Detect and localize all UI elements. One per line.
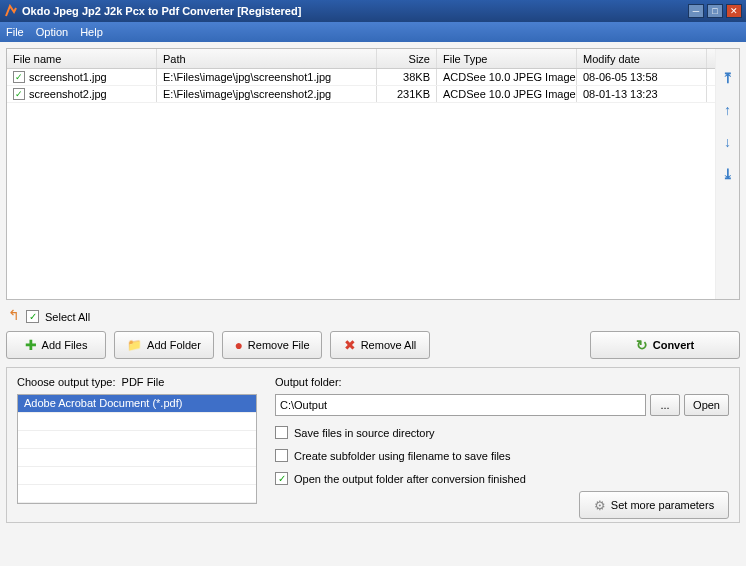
cell-date: 08-06-05 13:58 xyxy=(577,69,707,85)
set-more-parameters-button[interactable]: ⚙ Set more parameters xyxy=(579,491,729,519)
list-item xyxy=(18,467,256,485)
cell-filename: screenshot2.jpg xyxy=(29,88,107,100)
create-subfolder-checkbox[interactable]: Create subfolder using filename to save … xyxy=(275,449,729,462)
menu-option[interactable]: Option xyxy=(36,26,68,38)
cell-date: 08-01-13 13:23 xyxy=(577,86,707,102)
table-header: File name Path Size File Type Modify dat… xyxy=(7,49,715,69)
col-filename[interactable]: File name xyxy=(7,49,157,68)
move-down-button[interactable]: ↓ xyxy=(719,133,737,151)
add-folder-button[interactable]: 📁 Add Folder xyxy=(114,331,214,359)
list-item[interactable]: Adobe Acrobat Document (*.pdf) xyxy=(18,395,256,413)
close-button[interactable]: ✕ xyxy=(726,4,742,18)
cell-size: 38KB xyxy=(377,69,437,85)
list-item xyxy=(18,485,256,503)
remove-file-button[interactable]: ● Remove File xyxy=(222,331,322,359)
col-path[interactable]: Path xyxy=(157,49,377,68)
col-modify[interactable]: Modify date xyxy=(577,49,707,68)
select-all-label: Select All xyxy=(45,311,90,323)
cell-path: E:\Files\image\jpg\screenshot2.jpg xyxy=(157,86,377,102)
col-size[interactable]: Size xyxy=(377,49,437,68)
choose-output-type-label: Choose output type: PDF File xyxy=(17,376,257,388)
up-folder-icon[interactable]: ↰ xyxy=(8,307,20,323)
menu-file[interactable]: File xyxy=(6,26,24,38)
list-item xyxy=(18,431,256,449)
table-row[interactable]: ✓screenshot2.jpgE:\Files\image\jpg\scree… xyxy=(7,86,715,103)
add-files-button[interactable]: ✚ Add Files xyxy=(6,331,106,359)
open-after-conversion-checkbox[interactable]: ✓ Open the output folder after conversio… xyxy=(275,472,729,485)
folder-icon: 📁 xyxy=(127,338,142,352)
convert-button[interactable]: ↻ Convert xyxy=(590,331,740,359)
select-all-checkbox[interactable]: ✓ Select All xyxy=(26,310,90,323)
maximize-button[interactable]: □ xyxy=(707,4,723,18)
output-type-list[interactable]: Adobe Acrobat Document (*.pdf) xyxy=(17,394,257,504)
window-title: Okdo Jpeg Jp2 J2k Pcx to Pdf Converter [… xyxy=(22,5,685,17)
convert-icon: ↻ xyxy=(636,337,648,353)
cell-path: E:\Files\image\jpg\screenshot1.jpg xyxy=(157,69,377,85)
remove-all-button[interactable]: ✖ Remove All xyxy=(330,331,430,359)
output-folder-input[interactable] xyxy=(275,394,646,416)
menu-help[interactable]: Help xyxy=(80,26,103,38)
gear-icon: ⚙ xyxy=(594,498,606,513)
minimize-button[interactable]: ─ xyxy=(688,4,704,18)
browse-button[interactable]: ... xyxy=(650,394,680,416)
move-top-button[interactable]: ⤒ xyxy=(719,69,737,87)
row-checkbox[interactable]: ✓ xyxy=(13,88,25,100)
list-item xyxy=(18,413,256,431)
open-button[interactable]: Open xyxy=(684,394,729,416)
list-item xyxy=(18,449,256,467)
move-up-button[interactable]: ↑ xyxy=(719,101,737,119)
row-checkbox[interactable]: ✓ xyxy=(13,71,25,83)
minus-icon: ● xyxy=(234,337,242,353)
col-filetype[interactable]: File Type xyxy=(437,49,577,68)
cell-type: ACDSee 10.0 JPEG Image xyxy=(437,86,577,102)
cell-filename: screenshot1.jpg xyxy=(29,71,107,83)
cell-type: ACDSee 10.0 JPEG Image xyxy=(437,69,577,85)
move-bottom-button[interactable]: ⤓ xyxy=(719,165,737,183)
app-icon xyxy=(4,4,18,18)
cell-size: 231KB xyxy=(377,86,437,102)
remove-all-icon: ✖ xyxy=(344,337,356,353)
table-row[interactable]: ✓screenshot1.jpgE:\Files\image\jpg\scree… xyxy=(7,69,715,86)
save-in-source-checkbox[interactable]: Save files in source directory xyxy=(275,426,729,439)
plus-icon: ✚ xyxy=(25,337,37,353)
output-folder-label: Output folder: xyxy=(275,376,729,388)
